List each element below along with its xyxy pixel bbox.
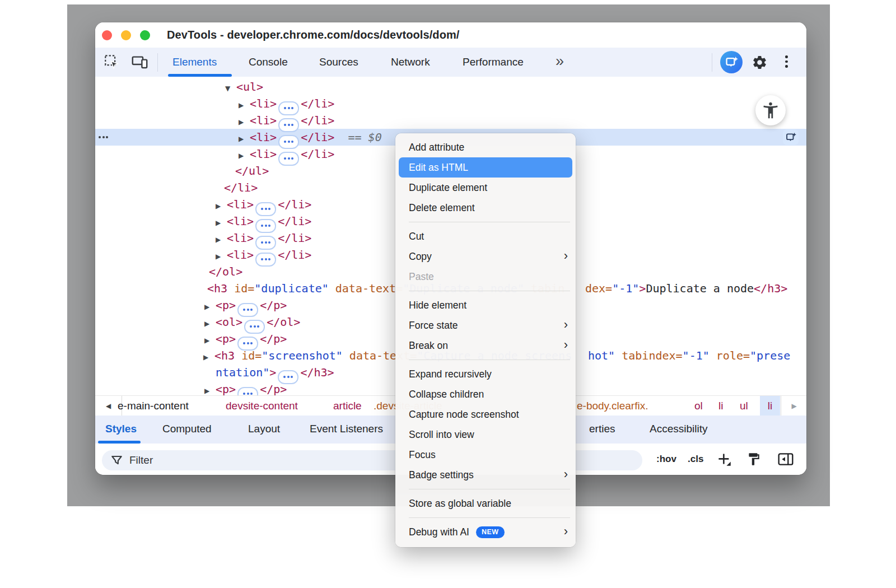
tab-sources[interactable]: Sources bbox=[319, 48, 358, 76]
breadcrumb-item-li-selected[interactable]: li bbox=[760, 396, 780, 416]
minimize-window-button[interactable] bbox=[121, 30, 131, 40]
tab-network[interactable]: Network bbox=[391, 48, 430, 76]
context-menu-item-scroll-into-view[interactable]: Scroll into view bbox=[395, 424, 576, 445]
disclosure-collapsed-icon[interactable]: ▶ bbox=[204, 298, 216, 315]
disclosure-collapsed-icon[interactable]: ▶ bbox=[216, 248, 227, 265]
paint-brush-icon[interactable] bbox=[746, 444, 761, 475]
collapsed-content-icon[interactable] bbox=[278, 152, 299, 166]
inspect-element-icon[interactable] bbox=[103, 53, 120, 71]
dom-tree-row[interactable]: ▶<li></li> bbox=[239, 146, 334, 162]
code-token: </li> bbox=[301, 130, 334, 144]
new-style-rule-button[interactable] bbox=[717, 444, 732, 475]
code-token: </ol> bbox=[209, 265, 242, 278]
context-menu-item-debug-with-ai[interactable]: Debug with AINEW› bbox=[395, 522, 576, 542]
dom-tree-row[interactable]: ntation"></h3> bbox=[216, 364, 334, 381]
context-menu-item-badge-settings[interactable]: Badge settings› bbox=[395, 465, 576, 485]
dom-tree-row[interactable]: ▶<li></li> bbox=[239, 95, 334, 112]
context-menu-item-copy[interactable]: Copy› bbox=[395, 246, 576, 267]
device-toolbar-icon[interactable] bbox=[130, 53, 149, 71]
dom-tree-row[interactable]: ▶<p></p> bbox=[204, 297, 287, 314]
disclosure-expanded-icon[interactable]: ▼ bbox=[225, 80, 236, 97]
tab-performance[interactable]: Performance bbox=[463, 48, 524, 76]
submenu-chevron-icon: › bbox=[564, 319, 568, 331]
context-menu-item-hide-element[interactable]: Hide element bbox=[395, 295, 576, 315]
sidebar-tab-erties[interactable]: erties bbox=[589, 416, 615, 444]
disclosure-collapsed-icon[interactable]: ▶ bbox=[216, 231, 227, 248]
code-token: <li> bbox=[227, 198, 254, 211]
context-menu-item-break-on[interactable]: Break on› bbox=[395, 335, 576, 356]
disclosure-collapsed-icon[interactable]: ▶ bbox=[204, 382, 216, 395]
dom-tree-row[interactable]: </li> bbox=[224, 179, 258, 196]
ai-assistant-button[interactable] bbox=[720, 51, 743, 73]
code-token: </h3> bbox=[754, 282, 787, 295]
dom-tree-row[interactable]: ▶<li></li> bbox=[216, 230, 311, 246]
dom-tree-row[interactable]: <li bbox=[197, 77, 217, 81]
breadcrumb-item-e-body-clearfix-[interactable]: e-body.clearfix. bbox=[577, 396, 648, 416]
breadcrumb-item-article[interactable]: article bbox=[333, 396, 362, 416]
breadcrumb-item-ol[interactable]: ol bbox=[694, 396, 703, 416]
toggle-pseudo-state-button[interactable]: :hov bbox=[656, 444, 676, 475]
sidebar-tab-event-listeners[interactable]: Event Listeners bbox=[310, 416, 383, 444]
breadcrumb-item-devsite-content[interactable]: devsite-content bbox=[226, 396, 298, 416]
breadcrumb-scroll-right-button[interactable]: ▶ bbox=[781, 396, 806, 416]
dom-tree-row[interactable]: </ol> bbox=[209, 263, 242, 280]
context-menu-item-paste: Paste bbox=[395, 267, 576, 287]
overflow-dots-marker[interactable] bbox=[99, 136, 108, 138]
dom-tree-row[interactable]: ▶<li></li> bbox=[216, 196, 311, 213]
collapsed-content-icon[interactable] bbox=[255, 253, 276, 267]
context-menu-item-delete-element[interactable]: Delete element bbox=[395, 198, 576, 218]
disclosure-collapsed-icon[interactable]: ▶ bbox=[239, 130, 250, 147]
sidebar-tab-computed[interactable]: Computed bbox=[162, 416, 212, 444]
settings-gear-icon[interactable] bbox=[751, 52, 768, 72]
context-menu-item-cut[interactable]: Cut bbox=[395, 226, 576, 246]
sidebar-tab-styles[interactable]: Styles bbox=[105, 416, 137, 444]
sidebar-tab-layout[interactable]: Layout bbox=[248, 416, 280, 444]
collapsed-content-icon[interactable] bbox=[237, 387, 258, 396]
dom-tree-row[interactable]: ▶<p></p> bbox=[204, 330, 287, 347]
context-menu-item-store-as-global-variable[interactable]: Store as global variable bbox=[395, 493, 576, 514]
dock-panel-icon[interactable] bbox=[777, 444, 794, 475]
disclosure-collapsed-icon[interactable]: ▶ bbox=[204, 332, 216, 349]
code-token: id= bbox=[234, 282, 254, 295]
dom-tree-row[interactable]: </ul> bbox=[235, 162, 269, 179]
context-menu-item-duplicate-element[interactable]: Duplicate element bbox=[395, 178, 576, 198]
disclosure-collapsed-icon[interactable]: ▶ bbox=[216, 198, 227, 214]
context-menu-item-force-state[interactable]: Force state› bbox=[395, 315, 576, 335]
ai-hint-button[interactable] bbox=[783, 129, 799, 145]
accessibility-overlay-button[interactable] bbox=[755, 95, 786, 125]
disclosure-collapsed-icon[interactable]: ▶ bbox=[239, 97, 250, 114]
submenu-chevron-icon: › bbox=[564, 339, 568, 351]
kebab-menu-icon[interactable] bbox=[785, 55, 788, 68]
tab-console[interactable]: Console bbox=[249, 48, 288, 76]
zoom-window-button[interactable] bbox=[140, 30, 150, 40]
menu-separator bbox=[409, 517, 570, 518]
context-menu-item-add-attribute[interactable]: Add attribute bbox=[395, 137, 576, 157]
breadcrumb-item-ul[interactable]: ul bbox=[740, 396, 748, 416]
context-menu-item-focus[interactable]: Focus bbox=[395, 445, 576, 465]
tab-elements[interactable]: Elements bbox=[172, 48, 217, 76]
more-tabs-icon[interactable]: » bbox=[556, 48, 564, 76]
context-menu-item-capture-node-screenshot[interactable]: Capture node screenshot bbox=[395, 404, 576, 424]
context-menu-item-edit-as-html[interactable]: Edit as HTML bbox=[399, 157, 572, 178]
dom-tree-row[interactable]: ▶<li></li> bbox=[239, 112, 334, 129]
code-token: <li> bbox=[250, 114, 277, 127]
element-classes-button[interactable]: .cls bbox=[688, 444, 703, 475]
close-window-button[interactable] bbox=[102, 30, 112, 40]
breadcrumb-item-li[interactable]: li bbox=[718, 396, 723, 416]
dom-tree-row[interactable]: ▶<li></li> bbox=[216, 213, 311, 230]
dom-tree-row[interactable]: ▶<p></p> bbox=[204, 381, 287, 395]
disclosure-collapsed-icon[interactable]: ▶ bbox=[216, 214, 227, 231]
dom-tree-row[interactable]: ▼<ul> bbox=[225, 78, 263, 95]
dom-tree-row[interactable]: ▶<li></li> == $0 bbox=[239, 129, 382, 146]
disclosure-collapsed-icon[interactable]: ▶ bbox=[239, 114, 250, 130]
sidebar-tab-accessibility[interactable]: Accessibility bbox=[650, 416, 707, 444]
context-menu-item-expand-recursively[interactable]: Expand recursively bbox=[395, 364, 576, 384]
dom-tree-row[interactable]: ▶<ol></ol> bbox=[204, 314, 300, 330]
disclosure-collapsed-icon[interactable]: ▶ bbox=[203, 349, 214, 366]
disclosure-collapsed-icon[interactable]: ▶ bbox=[239, 147, 250, 164]
disclosure-collapsed-icon[interactable]: ▶ bbox=[204, 315, 216, 332]
breadcrumb-item-e-main-content[interactable]: e-main-content bbox=[118, 396, 189, 416]
code-token: dex= bbox=[585, 282, 612, 295]
dom-tree-row[interactable]: ▶<li></li> bbox=[216, 246, 311, 263]
context-menu-item-collapse-children[interactable]: Collapse children bbox=[395, 384, 576, 404]
